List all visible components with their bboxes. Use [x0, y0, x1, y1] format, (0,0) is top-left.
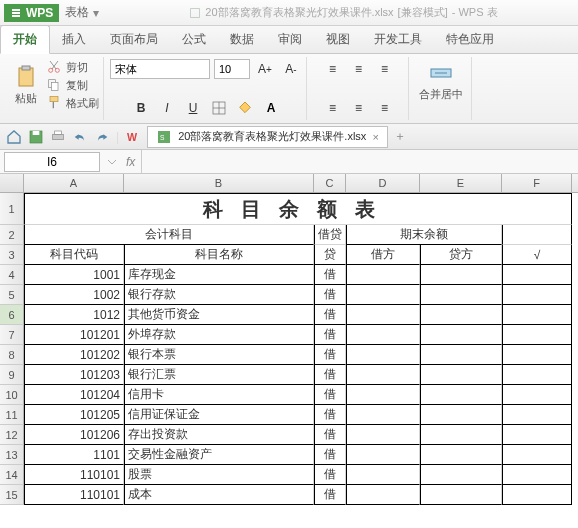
- italic-button[interactable]: I: [156, 98, 178, 118]
- cell-dc[interactable]: 借: [314, 465, 346, 485]
- tab-insert[interactable]: 插入: [50, 26, 98, 53]
- hdr-code[interactable]: 科目代码: [24, 245, 124, 265]
- hdr-dr[interactable]: 借方: [346, 245, 420, 265]
- cell-dc[interactable]: 借: [314, 485, 346, 505]
- cell-dr[interactable]: [346, 325, 420, 345]
- cell-cr[interactable]: [420, 445, 502, 465]
- cell-dc[interactable]: 借: [314, 325, 346, 345]
- row-header[interactable]: 6: [0, 305, 24, 325]
- align-left-icon[interactable]: ≡: [322, 98, 344, 118]
- cell-chk[interactable]: [502, 285, 572, 305]
- cell-chk[interactable]: [502, 325, 572, 345]
- cell-name[interactable]: 银行本票: [124, 345, 314, 365]
- cell-name[interactable]: 银行汇票: [124, 365, 314, 385]
- cell-code[interactable]: 1101: [24, 445, 124, 465]
- col-B[interactable]: B: [124, 174, 314, 192]
- hdr-chk2[interactable]: √: [502, 245, 572, 265]
- tab-home[interactable]: 开始: [0, 25, 50, 54]
- fx-icon[interactable]: fx: [120, 155, 141, 169]
- merge-center-button[interactable]: 合并居中: [415, 59, 467, 104]
- row-header[interactable]: 15: [0, 485, 24, 505]
- cell-code[interactable]: 110101: [24, 465, 124, 485]
- cell-dc[interactable]: 借: [314, 365, 346, 385]
- font-name-select[interactable]: [110, 59, 210, 79]
- cell-chk[interactable]: [502, 365, 572, 385]
- cell-dc[interactable]: 借: [314, 265, 346, 285]
- col-F[interactable]: F: [502, 174, 572, 192]
- app-menu-dropdown-icon[interactable]: ▾: [93, 6, 99, 20]
- undo-icon[interactable]: [72, 129, 88, 145]
- row-header[interactable]: 4: [0, 265, 24, 285]
- cell-cr[interactable]: [420, 265, 502, 285]
- cell-dr[interactable]: [346, 265, 420, 285]
- row-header[interactable]: 2: [0, 225, 24, 245]
- cell-cr[interactable]: [420, 345, 502, 365]
- increase-font-icon[interactable]: A+: [254, 59, 276, 79]
- row-header[interactable]: 9: [0, 365, 24, 385]
- row-header[interactable]: 12: [0, 425, 24, 445]
- cell-code[interactable]: 110101: [24, 485, 124, 505]
- cell-dr[interactable]: [346, 405, 420, 425]
- paste-button[interactable]: 粘贴: [10, 63, 42, 108]
- align-bot-icon[interactable]: ≡: [374, 59, 396, 79]
- align-center-icon[interactable]: ≡: [348, 98, 370, 118]
- cell-cr[interactable]: [420, 425, 502, 445]
- row-header[interactable]: 5: [0, 285, 24, 305]
- cell-chk[interactable]: [502, 445, 572, 465]
- cell-chk[interactable]: [502, 345, 572, 365]
- tab-review[interactable]: 审阅: [266, 26, 314, 53]
- tab-developer[interactable]: 开发工具: [362, 26, 434, 53]
- cell-dc[interactable]: 借: [314, 385, 346, 405]
- cell-dc[interactable]: 借: [314, 345, 346, 365]
- cell-name[interactable]: 库存现金: [124, 265, 314, 285]
- cell-dc[interactable]: 借: [314, 445, 346, 465]
- cell-name[interactable]: 银行存款: [124, 285, 314, 305]
- cell-dr[interactable]: [346, 485, 420, 505]
- cell-code[interactable]: 101206: [24, 425, 124, 445]
- cell-chk[interactable]: [502, 405, 572, 425]
- cell-cr[interactable]: [420, 485, 502, 505]
- save-icon[interactable]: [28, 129, 44, 145]
- wps-w-icon[interactable]: W: [125, 129, 141, 145]
- row-header[interactable]: 11: [0, 405, 24, 425]
- tab-page-layout[interactable]: 页面布局: [98, 26, 170, 53]
- cell-name[interactable]: 信用卡: [124, 385, 314, 405]
- font-color-button[interactable]: A: [260, 98, 282, 118]
- hdr-dc[interactable]: 借贷: [314, 225, 346, 245]
- border-button[interactable]: [208, 98, 230, 118]
- cell-cr[interactable]: [420, 465, 502, 485]
- cell-chk[interactable]: [502, 485, 572, 505]
- row-header[interactable]: 14: [0, 465, 24, 485]
- cut-button[interactable]: 剪切: [46, 59, 99, 75]
- cell-name[interactable]: 外埠存款: [124, 325, 314, 345]
- cell-chk[interactable]: [502, 385, 572, 405]
- col-C[interactable]: C: [314, 174, 346, 192]
- formula-input[interactable]: [141, 150, 578, 173]
- cell-cr[interactable]: [420, 385, 502, 405]
- tab-special[interactable]: 特色应用: [434, 26, 506, 53]
- document-tab[interactable]: S 20部落窝教育表格聚光灯效果课件.xlsx ×: [147, 126, 388, 148]
- cell-dr[interactable]: [346, 285, 420, 305]
- tab-view[interactable]: 视图: [314, 26, 362, 53]
- bold-button[interactable]: B: [130, 98, 152, 118]
- hdr-acct[interactable]: 会计科目: [24, 225, 314, 245]
- home-icon[interactable]: [6, 129, 22, 145]
- cell-dr[interactable]: [346, 425, 420, 445]
- copy-button[interactable]: 复制: [46, 77, 99, 93]
- cell-code[interactable]: 101205: [24, 405, 124, 425]
- cell-dr[interactable]: [346, 345, 420, 365]
- cell-chk[interactable]: [502, 465, 572, 485]
- cell-dc[interactable]: 借: [314, 305, 346, 325]
- cell-name[interactable]: 其他货币资金: [124, 305, 314, 325]
- cell-code[interactable]: 1002: [24, 285, 124, 305]
- cell-cr[interactable]: [420, 305, 502, 325]
- cell-code[interactable]: 1001: [24, 265, 124, 285]
- row-header[interactable]: 10: [0, 385, 24, 405]
- col-D[interactable]: D: [346, 174, 420, 192]
- cell-cr[interactable]: [420, 285, 502, 305]
- cell-code[interactable]: 101204: [24, 385, 124, 405]
- row-header[interactable]: 3: [0, 245, 24, 265]
- cell-chk[interactable]: [502, 305, 572, 325]
- fill-color-button[interactable]: [234, 98, 256, 118]
- cell-name[interactable]: 存出投资款: [124, 425, 314, 445]
